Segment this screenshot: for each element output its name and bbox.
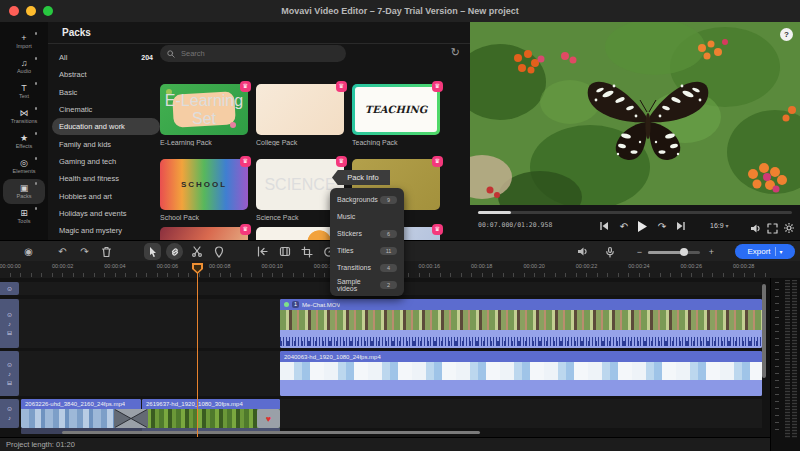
clip-me-chat[interactable]: 1 Me-Chat.MOV <box>280 299 762 348</box>
menu-item-backgrounds[interactable]: Backgrounds 9 <box>330 191 404 208</box>
pack-thumbnail[interactable]: SCHOOL ♛ <box>160 159 248 210</box>
export-button[interactable]: Export ▾ <box>735 244 795 259</box>
heart-effect-marker[interactable]: ♥ <box>257 409 280 428</box>
zoom-in-icon[interactable]: + <box>703 243 720 260</box>
refresh-icon[interactable]: ↻ <box>451 46 460 59</box>
crossfade-transition[interactable] <box>114 409 148 428</box>
menu-item-titles[interactable]: Titles 11 <box>330 242 404 259</box>
playhead-line[interactable] <box>197 271 198 437</box>
sidebar-item-tools[interactable]: ⊞ Tools <box>3 204 45 229</box>
eye-icon[interactable]: ⊙ <box>7 362 12 368</box>
audio-icon[interactable]: ♪ <box>8 371 11 377</box>
category-basic[interactable]: Basic <box>52 84 160 101</box>
category-magic-and-mystery[interactable]: Magic and mystery <box>52 222 160 239</box>
previous-frame-button[interactable] <box>596 219 612 233</box>
menu-item-stickers[interactable]: Stickers 6 <box>330 225 404 242</box>
category-education-and-work[interactable]: Education and work <box>52 118 160 135</box>
split-scissors-icon[interactable] <box>188 243 205 260</box>
track4-header[interactable]: ⊙ ♪ <box>0 399 19 428</box>
audio-icon[interactable]: ♪ <box>8 415 11 421</box>
category-family-and-kids[interactable]: Family and kids <box>52 135 160 152</box>
fullscreen-icon[interactable] <box>768 219 777 237</box>
help-button[interactable]: ? <box>780 28 793 41</box>
crop-icon[interactable] <box>298 243 315 260</box>
lock-icon[interactable]: ⊟ <box>7 380 12 386</box>
skip-forward-icon[interactable]: ↷ <box>654 219 670 233</box>
track3-header[interactable]: ⊙ ♪ ⊟ <box>0 351 19 396</box>
pack-thumbnail[interactable]: ♛ <box>160 227 248 240</box>
pack-card-school-pack[interactable]: SCHOOL ♛ School Pack <box>160 159 248 221</box>
ruler-time-label: 00:00:24 <box>613 263 665 269</box>
lock-icon[interactable]: ⊟ <box>7 330 12 336</box>
vertical-scrollbar[interactable] <box>762 284 766 378</box>
panel-title: Packs <box>62 27 91 38</box>
timeline-zoom-slider[interactable] <box>648 251 700 254</box>
track1-header[interactable]: ⊙ <box>0 282 19 295</box>
record-icon[interactable]: ◉ <box>20 243 37 260</box>
pack-card-e-learning-pack[interactable]: E-Learning Set ♛ E-Learning Pack <box>160 84 248 146</box>
video-preview[interactable] <box>470 22 800 205</box>
clip-properties-icon[interactable] <box>276 243 293 260</box>
keyframe-icon[interactable] <box>254 243 271 260</box>
play-button[interactable] <box>634 219 650 233</box>
clip-name: 2619637-hd_1920_1080_30fps.mp4 <box>146 401 243 407</box>
pack-card-partial[interactable]: ♛ <box>160 227 248 240</box>
marker-icon[interactable] <box>210 243 227 260</box>
link-clips-icon[interactable] <box>166 243 183 260</box>
pack-thumb-text: TEACHING <box>365 104 428 115</box>
category-gaming-and-tech[interactable]: Gaming and tech <box>52 153 160 170</box>
skip-back-icon[interactable]: ↶ <box>616 219 632 233</box>
menu-item-count: 6 <box>380 230 397 238</box>
clip-2040063[interactable]: 2040063-hd_1920_1080_24fps.mp4 <box>280 351 762 396</box>
sidebar-item-label: Transitions <box>11 118 38 125</box>
sidebar-item-import[interactable]: + Import <box>3 29 45 54</box>
redo-icon[interactable]: ↷ <box>76 243 93 260</box>
timeline-volume-icon[interactable] <box>574 243 591 260</box>
search-input[interactable] <box>179 48 313 59</box>
zoom-slider-thumb[interactable] <box>680 248 688 256</box>
close-window-button[interactable] <box>9 6 19 16</box>
menu-item-transitions[interactable]: Transitions 4 <box>330 259 404 276</box>
sidebar-item-elements[interactable]: ◎ Elements <box>3 154 45 179</box>
pack-card-college-pack[interactable]: ♛ College Pack <box>256 84 344 146</box>
volume-icon[interactable] <box>751 219 761 237</box>
undo-icon[interactable]: ↶ <box>54 243 71 260</box>
pack-thumbnail[interactable]: E-Learning Set ♛ <box>160 84 248 135</box>
category-cinematic[interactable]: Cinematic <box>52 101 160 118</box>
minimize-window-button[interactable] <box>26 6 36 16</box>
pointer-tool-icon[interactable] <box>144 243 161 260</box>
eye-icon[interactable]: ⊙ <box>7 286 12 292</box>
maximize-window-button[interactable] <box>43 6 53 16</box>
clip-effect-icon <box>284 302 289 307</box>
zoom-out-icon[interactable]: − <box>631 243 648 260</box>
settings-gear-icon[interactable] <box>784 219 794 237</box>
category-health-and-fitness[interactable]: Health and fitness <box>52 170 160 187</box>
menu-item-music[interactable]: Music <box>330 208 404 225</box>
audio-icon[interactable]: ♪ <box>8 321 11 327</box>
sidebar-item-effects[interactable]: ★ Effects <box>3 129 45 154</box>
seek-bar[interactable] <box>478 211 792 214</box>
pack-info-button[interactable]: Pack Info <box>332 170 390 185</box>
category-hobbies-and-art[interactable]: Hobbies and art <box>52 187 160 204</box>
sidebar-item-audio[interactable]: ♫ Audio <box>3 54 45 79</box>
sidebar-item-text[interactable]: T Text <box>3 79 45 104</box>
category-abstract[interactable]: Abstract <box>52 66 160 83</box>
category-all[interactable]: All 204 <box>52 49 160 66</box>
horizontal-scrollbar[interactable] <box>62 431 480 434</box>
category-holidays-and-events[interactable]: Holidays and events <box>52 205 160 222</box>
sidebar-item-packs[interactable]: ▣ Packs <box>3 179 45 204</box>
aspect-ratio-dropdown[interactable]: 16:9 ▾ <box>710 222 729 229</box>
microphone-icon[interactable] <box>601 243 618 260</box>
search-box[interactable] <box>160 45 346 62</box>
track2-header[interactable]: ⊙ ♪ ⊟ <box>0 299 19 348</box>
pack-thumbnail[interactable]: ♛ <box>256 84 344 135</box>
eye-icon[interactable]: ⊙ <box>7 312 12 318</box>
eye-icon[interactable]: ⊙ <box>7 406 12 412</box>
next-frame-button[interactable] <box>672 219 688 233</box>
pack-card-teaching-pack[interactable]: TEACHING ♛ Teaching Pack <box>352 84 440 146</box>
menu-item-sample-videos[interactable]: Sample videos 2 <box>330 276 404 293</box>
delete-icon[interactable] <box>98 243 115 260</box>
clip-body <box>280 380 762 396</box>
sidebar-item-transitions[interactable]: ⋈ Transitions <box>3 104 45 129</box>
pack-thumbnail[interactable]: TEACHING ♛ <box>352 84 440 135</box>
